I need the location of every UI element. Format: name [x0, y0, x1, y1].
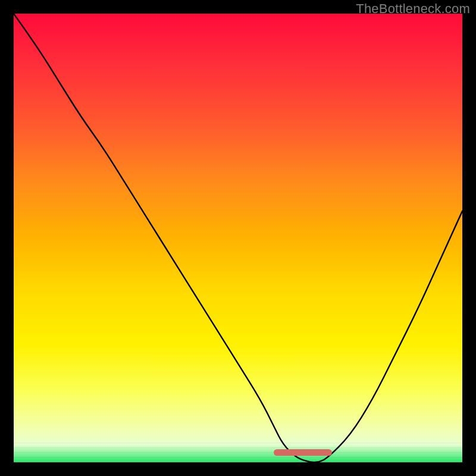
chart-frame: TheBottleneck.com — [0, 0, 476, 476]
watermark-text: TheBottleneck.com — [356, 1, 470, 17]
optimal-range-marker — [274, 449, 332, 456]
plot-area — [14, 14, 462, 462]
bottleneck-curve — [14, 14, 462, 462]
